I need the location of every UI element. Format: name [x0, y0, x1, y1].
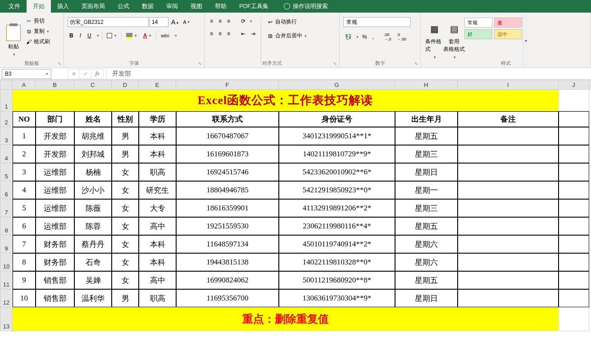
increase-indent-button[interactable]: ⇥ [249, 30, 257, 38]
data-cell[interactable]: 14021119810729**9* [279, 145, 395, 163]
data-cell[interactable] [458, 289, 559, 307]
italic-button[interactable]: I [78, 32, 83, 40]
header-cell[interactable]: 姓名 [74, 111, 112, 127]
increase-decimal-button[interactable]: .00→.0 [382, 32, 393, 42]
font-color-button[interactable]: A▾ [141, 32, 154, 40]
align-top-button[interactable]: ≡ [208, 17, 215, 25]
data-cell[interactable]: 大专 [139, 199, 176, 217]
align-middle-button[interactable]: ≡ [217, 17, 223, 25]
data-cell[interactable]: 运维部 [36, 163, 74, 181]
data-cell[interactable]: 星期日 [395, 163, 458, 181]
tab-开始[interactable]: 开始 [27, 0, 51, 13]
data-cell[interactable]: 本科 [139, 235, 176, 253]
row-header-1[interactable]: 1 [0, 90, 13, 111]
data-cell[interactable]: 星期三 [395, 199, 458, 217]
merge-center-button[interactable]: ⊞合并后居中▾ [265, 31, 309, 41]
data-cell[interactable] [458, 127, 559, 145]
data-cell[interactable]: 3 [13, 163, 36, 181]
row-header-10[interactable]: 10 [0, 253, 13, 271]
header-cell[interactable]: 出生年月 [395, 111, 458, 127]
tab-数据[interactable]: 数据 [136, 0, 160, 13]
insert-function-button[interactable]: fx [91, 69, 103, 79]
cell[interactable] [559, 235, 589, 253]
cell[interactable] [559, 145, 589, 163]
data-cell[interactable]: 11695356700 [176, 289, 279, 307]
data-cell[interactable]: 1 [13, 127, 36, 145]
formula-input[interactable]: 开发部 [106, 69, 591, 79]
row-header-5[interactable]: 5 [0, 163, 13, 181]
tab-PDF工具集[interactable]: PDF工具集 [233, 0, 275, 13]
font-size-combo[interactable] [150, 17, 168, 27]
underline-button[interactable]: U [86, 32, 93, 40]
cell[interactable] [559, 181, 589, 199]
data-cell[interactable]: 职高 [139, 163, 176, 181]
clipboard-dialog-launcher[interactable]: ⤡ [56, 60, 63, 67]
data-cell[interactable]: 16924515746 [176, 163, 279, 181]
data-cell[interactable]: 5 [13, 199, 36, 217]
data-cell[interactable]: 13063619730304**9* [279, 289, 395, 307]
data-cell[interactable]: 销售部 [36, 289, 74, 307]
tab-帮助[interactable]: 帮助 [209, 0, 233, 13]
data-cell[interactable]: 8 [13, 253, 36, 271]
data-cell[interactable]: 14022119810328**0* [279, 253, 395, 271]
name-box[interactable]: B3 ▾ [2, 69, 51, 79]
cell[interactable] [559, 90, 589, 111]
data-cell[interactable]: 本科 [139, 127, 176, 145]
cancel-formula-button[interactable]: ✕ [68, 69, 80, 79]
increase-font-button[interactable]: A▴ [169, 18, 180, 27]
row-header-3[interactable]: 3 [0, 127, 13, 145]
cell-style-good[interactable]: 好 [464, 29, 492, 39]
data-cell[interactable]: 刘邦城 [74, 145, 112, 163]
data-cell[interactable] [458, 235, 559, 253]
data-cell[interactable]: 16169601873 [176, 145, 279, 163]
tell-me-search[interactable]: 操作说明搜索 [284, 2, 328, 10]
data-cell[interactable]: 销售部 [36, 271, 74, 289]
enter-formula-button[interactable]: ✓ [80, 69, 91, 79]
percent-format-button[interactable]: % [360, 33, 369, 41]
decrease-decimal-button[interactable]: .0→.00 [395, 32, 409, 42]
column-header-D[interactable]: D [112, 80, 139, 90]
column-header-F[interactable]: F [176, 80, 279, 90]
data-cell[interactable]: 研究生 [139, 181, 176, 199]
row-header-11[interactable]: 11 [0, 271, 13, 289]
cell[interactable] [559, 111, 589, 127]
data-cell[interactable]: 星期五 [395, 217, 458, 235]
data-cell[interactable]: 杨楠 [74, 163, 112, 181]
data-cell[interactable]: 温利华 [74, 289, 112, 307]
select-all-corner[interactable] [0, 80, 13, 90]
data-cell[interactable]: 男 [112, 145, 139, 163]
decrease-font-button[interactable]: A▾ [181, 18, 191, 26]
align-right-button[interactable]: ≡ [225, 30, 232, 38]
data-cell[interactable]: 星期日 [395, 289, 458, 307]
data-cell[interactable]: 男 [112, 289, 139, 307]
row-header-6[interactable]: 6 [0, 181, 13, 199]
column-header-E[interactable]: E [139, 80, 176, 90]
data-cell[interactable] [458, 271, 559, 289]
data-cell[interactable]: 18616359901 [176, 199, 279, 217]
accounting-format-button[interactable]: 💱 [343, 33, 354, 41]
tab-公式[interactable]: 公式 [111, 0, 136, 13]
format-as-table-button[interactable]: ▤ 套用 表格格式▾ [444, 14, 464, 67]
data-cell[interactable]: 女 [112, 271, 139, 289]
data-cell[interactable]: 10 [13, 289, 36, 307]
data-cell[interactable]: 陈蓉 [74, 217, 112, 235]
tab-文件[interactable]: 文件 [2, 0, 27, 13]
tab-审阅[interactable]: 审阅 [160, 0, 184, 13]
data-cell[interactable]: 本科 [139, 253, 176, 271]
font-dialog-launcher[interactable]: ⤡ [197, 60, 203, 67]
data-cell[interactable]: 41132919891206**2* [279, 199, 395, 217]
conditional-format-button[interactable]: ▦ 条件格式▾ [424, 14, 444, 67]
font-name-combo[interactable] [68, 17, 149, 27]
row-header-12[interactable]: 12 [0, 289, 13, 307]
cell-style-normal[interactable]: 常规 [464, 18, 492, 27]
data-cell[interactable]: 蔡丹丹 [74, 235, 112, 253]
header-cell[interactable]: 联系方式 [176, 111, 279, 127]
data-cell[interactable]: 16670487067 [176, 127, 279, 145]
paste-button[interactable]: 粘贴 ▾ [4, 14, 23, 67]
cell[interactable] [559, 217, 589, 235]
data-cell[interactable]: 开发部 [36, 127, 74, 145]
data-cell[interactable]: 星期五 [395, 127, 458, 145]
data-cell[interactable]: 运维部 [36, 199, 74, 217]
copy-button[interactable]: ⧉复制▾ [23, 27, 52, 36]
footer-cell[interactable]: 重点：删除重复值 [13, 307, 559, 331]
